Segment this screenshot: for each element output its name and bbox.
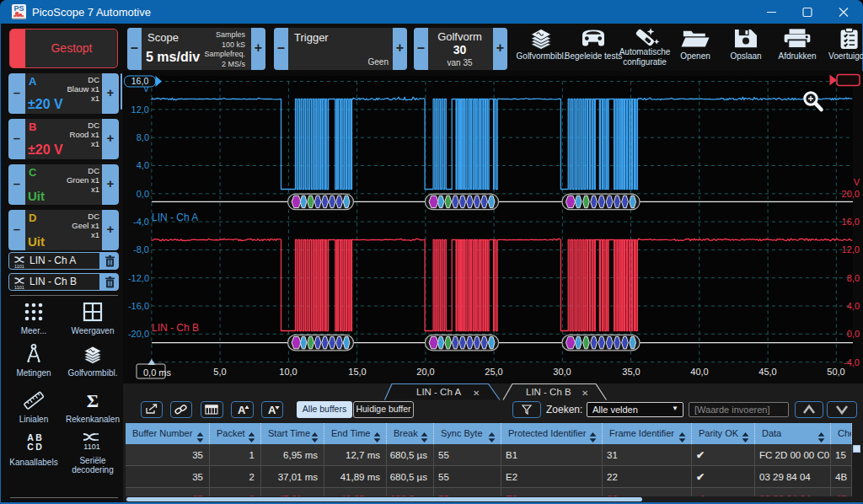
svg-text:10,0: 10,0 (279, 367, 297, 377)
svg-text:-12,0: -12,0 (128, 273, 149, 283)
svg-text:A: A (238, 404, 246, 416)
svg-text:✕: ✕ (582, 389, 588, 398)
svg-text:C: C (27, 442, 34, 452)
svg-text:-8,0: -8,0 (133, 244, 149, 255)
svg-text:40,0: 40,0 (690, 367, 708, 377)
svg-text:0,0: 0,0 (137, 189, 149, 199)
svg-text:1101: 1101 (14, 263, 24, 268)
svg-text:12,0: 12,0 (131, 105, 149, 115)
svg-text:A: A (268, 404, 276, 416)
svg-text:12,0: 12,0 (842, 244, 860, 255)
svg-text:8,0: 8,0 (847, 273, 860, 283)
svg-text:16,0: 16,0 (131, 76, 149, 86)
svg-text:25,0: 25,0 (485, 367, 502, 377)
svg-text:15,0: 15,0 (348, 367, 366, 377)
svg-text:16,0: 16,0 (842, 217, 860, 227)
svg-text:4,0: 4,0 (137, 160, 149, 170)
svg-text:35,0: 35,0 (622, 367, 640, 377)
svg-text:45,0: 45,0 (758, 367, 776, 377)
svg-text:-4,0: -4,0 (133, 217, 149, 227)
svg-text:0,0 ms: 0,0 ms (143, 367, 172, 378)
svg-text:LIN - Ch A: LIN - Ch A (152, 212, 198, 223)
svg-text:PS: PS (13, 4, 24, 13)
svg-text:V: V (854, 177, 860, 187)
svg-text:D: D (35, 442, 42, 452)
svg-text:20,0: 20,0 (842, 189, 860, 199)
svg-text:30,0: 30,0 (553, 367, 571, 377)
svg-text:-20,0: -20,0 (128, 329, 149, 339)
svg-text:-16,0: -16,0 (128, 301, 149, 311)
svg-text:LIN - Ch B: LIN - Ch B (152, 322, 199, 334)
svg-text:1101: 1101 (83, 442, 99, 451)
svg-text:5,0: 5,0 (213, 367, 226, 377)
svg-text:50,0: 50,0 (827, 367, 844, 377)
svg-text:Σ: Σ (87, 390, 99, 411)
svg-text:-4,0: -4,0 (844, 357, 860, 367)
svg-text:0,0: 0,0 (847, 329, 860, 339)
svg-text:1101: 1101 (14, 284, 24, 289)
svg-text:4,0: 4,0 (847, 301, 860, 311)
svg-text:20,0: 20,0 (416, 367, 434, 377)
svg-text:LIN - Ch A: LIN - Ch A (416, 387, 461, 397)
svg-text:LIN - Ch B: LIN - Ch B (526, 387, 571, 397)
svg-text:8,0: 8,0 (137, 132, 149, 142)
svg-text:✕: ✕ (473, 389, 480, 398)
